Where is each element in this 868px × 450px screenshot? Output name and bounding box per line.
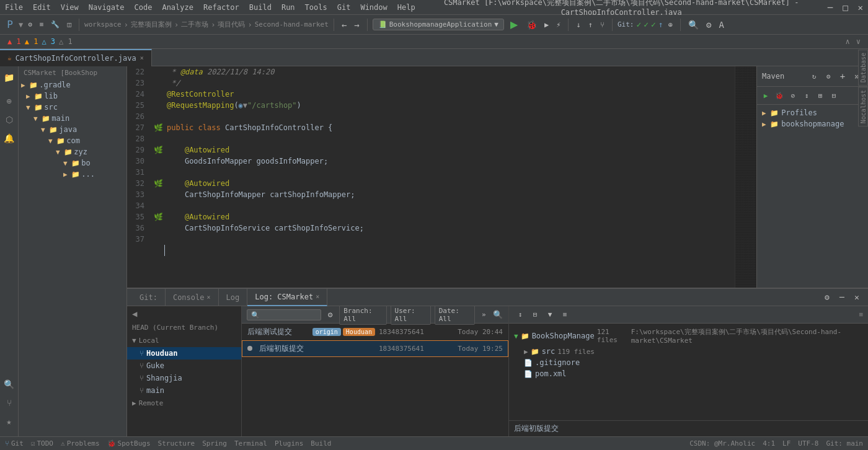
git-commit-row-1[interactable]: 后端测试提交 origin Houduan 18348375641 Today … xyxy=(242,324,508,340)
debug-btn[interactable]: 🐞 xyxy=(524,19,539,31)
toolbar-btn-2[interactable]: ≡ xyxy=(37,19,46,30)
status-line-sep[interactable]: LF xyxy=(782,439,790,448)
changes-item-gitignore[interactable]: 📄 .gitignore xyxy=(509,357,868,368)
toolbar-btn-1[interactable]: ⚙ xyxy=(25,19,35,30)
status-terminal-btn[interactable]: Terminal xyxy=(234,439,267,448)
menu-analyze[interactable]: Analyze xyxy=(162,3,193,12)
status-plugins-btn[interactable]: Plugins xyxy=(275,439,303,448)
status-spring-btn[interactable]: Spring xyxy=(202,439,227,448)
status-encoding[interactable]: UTF-8 xyxy=(798,439,818,448)
git-more-btn[interactable]: ⊕ xyxy=(666,19,675,30)
tree-item-lib[interactable]: ▶ 📁 lib xyxy=(19,90,126,102)
status-spotbugs-btn[interactable]: 🐞 SpotBugs xyxy=(107,439,151,448)
activity-commit[interactable]: ⊕ xyxy=(1,92,18,110)
status-git-branch[interactable]: Git: main xyxy=(826,439,863,448)
git-changes-filter-btn[interactable]: ▼ xyxy=(544,309,556,321)
status-todo-btn[interactable]: ☑ TODO xyxy=(31,439,53,448)
warning-count[interactable]: ▲ 1 xyxy=(25,37,38,46)
code-content[interactable]: 22 * @data 2022/11/8 14:20 23 */ 24 xyxy=(127,66,735,288)
error-count[interactable]: ▲ 1 xyxy=(7,37,21,46)
git-branch-filter[interactable]: Branch: All xyxy=(339,306,386,325)
menu-navigate[interactable]: Navigate xyxy=(89,3,125,12)
maven-collapse-btn[interactable]: ⊟ xyxy=(828,89,840,102)
tree-item-gradle[interactable]: ▶ 📁 .gradle xyxy=(19,79,126,90)
run-config-selector[interactable]: 📗 BookshopmanageApplication ▼ xyxy=(373,19,504,30)
status-structure-btn[interactable]: Structure xyxy=(158,439,195,448)
tab-console[interactable]: Console × xyxy=(166,289,219,306)
tree-item-com[interactable]: ▼ 📁 com xyxy=(19,135,126,146)
activity-notifications[interactable]: 🔔 xyxy=(1,130,18,147)
menu-refactor[interactable]: Refactor xyxy=(203,3,239,12)
menu-git[interactable]: Git xyxy=(337,3,351,12)
tree-item-zyz[interactable]: ▼ 📁 zyz xyxy=(19,146,126,157)
git-branch-btn[interactable]: ⑂ xyxy=(598,19,607,30)
git-more-filters-btn[interactable]: » xyxy=(479,309,489,321)
nav-back-btn[interactable]: ← xyxy=(339,19,349,31)
menu-window[interactable]: Window xyxy=(360,3,387,12)
git-section-nav-left[interactable]: ◀ xyxy=(127,306,241,321)
status-problems-btn[interactable]: ⚠ Problems xyxy=(61,439,100,448)
menu-edit[interactable]: Edit xyxy=(33,3,51,12)
status-build-btn[interactable]: Build xyxy=(311,439,331,448)
menu-code[interactable]: Code xyxy=(135,3,153,12)
git-log-search-input[interactable] xyxy=(247,309,321,320)
hint-count[interactable]: △ 1 xyxy=(59,37,73,46)
changes-item-src[interactable]: ▶ 📁 src 119 files xyxy=(509,346,868,357)
project-icon[interactable]: P xyxy=(4,19,16,31)
tab-log-csmarket-close[interactable]: × xyxy=(316,293,319,300)
menu-help[interactable]: Help xyxy=(397,3,415,12)
changes-item-bookshop[interactable]: ▼ 📁 BookShopManage 121 files F:\workspac… xyxy=(509,326,868,346)
tree-item-java[interactable]: ▼ 📁 java xyxy=(19,124,126,135)
menu-run[interactable]: Run xyxy=(281,3,295,12)
git-branch-shangjia[interactable]: ⑂ Shangjia xyxy=(127,372,241,384)
git-update-btn[interactable]: ↓ xyxy=(574,19,583,30)
maven-profiles[interactable]: ▶ 📁 Profiles xyxy=(757,107,868,118)
activity-pullrequest[interactable]: ⬡ xyxy=(1,111,18,128)
git-changes-more-btn[interactable]: ≡ xyxy=(559,309,571,321)
nav-down-icon[interactable]: ∨ xyxy=(856,37,861,46)
minimap[interactable] xyxy=(735,66,756,288)
tab-log-csmarket[interactable]: Log: CSMarket × xyxy=(247,289,327,306)
translate-btn[interactable]: A xyxy=(716,19,726,31)
tab-git[interactable]: Git: xyxy=(132,289,166,306)
activity-search[interactable]: 🔍 xyxy=(1,376,18,393)
activity-project[interactable]: 📁 xyxy=(1,69,18,86)
panel-close-btn[interactable]: ✕ xyxy=(851,291,863,304)
menu-file[interactable]: File xyxy=(5,3,23,12)
git-date-filter[interactable]: Date: All xyxy=(435,306,475,325)
git-local-section[interactable]: ▼ Local xyxy=(127,334,241,347)
database-tab[interactable]: Database xyxy=(858,66,868,86)
tree-item-src[interactable]: ▼ 📁 src xyxy=(19,102,126,113)
maven-execute-btn[interactable]: ▶ xyxy=(760,89,772,102)
info-count[interactable]: △ 3 xyxy=(42,37,55,46)
git-branch-main[interactable]: ⑂ main xyxy=(127,384,241,397)
git-log-settings-btn[interactable]: ⚙ xyxy=(325,309,335,321)
git-user-filter[interactable]: User: All xyxy=(391,306,431,325)
minimize-btn[interactable]: ─ xyxy=(828,2,833,12)
toolbar-btn-4[interactable]: ◫ xyxy=(64,19,74,30)
tree-item-more1[interactable]: ▶ 📁 ... xyxy=(19,169,126,180)
git-branch-guke[interactable]: ⑂ Guke xyxy=(127,360,241,372)
maven-toggle-btn[interactable]: ↕ xyxy=(800,89,813,102)
tab-log[interactable]: Log xyxy=(219,289,248,306)
tab-console-close[interactable]: × xyxy=(206,294,210,301)
changes-item-pomxml[interactable]: 📄 pom.xml xyxy=(509,368,868,379)
activity-git[interactable]: ⑂ xyxy=(1,394,18,412)
status-git-btn[interactable]: ⑂ Git xyxy=(5,439,24,448)
maven-add-btn[interactable]: + xyxy=(836,70,849,82)
menu-build[interactable]: Build xyxy=(249,3,272,12)
menu-view[interactable]: View xyxy=(61,3,79,12)
run-button[interactable]: ▶ xyxy=(507,17,521,32)
close-btn[interactable]: ✕ xyxy=(858,2,863,12)
git-search-all-btn[interactable]: 🔍 xyxy=(493,309,503,321)
git-remote-section[interactable]: ▶ Remote xyxy=(127,397,241,410)
toolbar-btn-3[interactable]: 🔧 xyxy=(48,19,62,30)
panel-minimize-btn[interactable]: ─ xyxy=(836,291,848,304)
panel-settings-btn[interactable]: ⚙ xyxy=(821,291,833,304)
profile-btn[interactable]: ⚡ xyxy=(554,19,563,30)
nav-up-icon[interactable]: ∧ xyxy=(846,37,850,46)
status-cursor-pos[interactable]: 4:1 xyxy=(763,439,775,448)
git-push-btn[interactable]: ↑ xyxy=(586,19,595,30)
git-changes-align-btn[interactable]: ≡ xyxy=(859,311,863,319)
tab-close-btn[interactable]: × xyxy=(140,55,144,61)
